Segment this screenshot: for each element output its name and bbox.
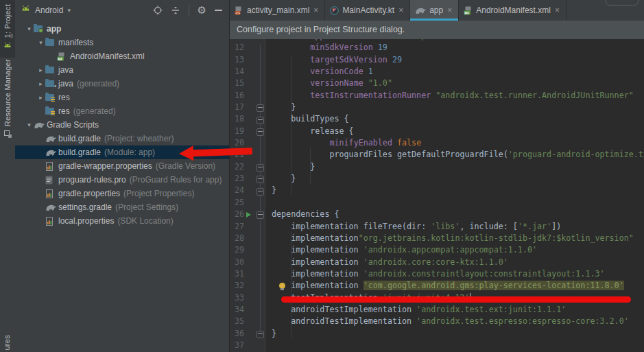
fold-marker[interactable] <box>255 329 265 340</box>
code-line-12[interactable]: 12 minSdkVersion 19 <box>230 43 644 54</box>
code-line-17[interactable]: 17 } <box>230 102 644 114</box>
tree-item-java[interactable]: ▸java <box>15 63 229 77</box>
resource-manager-icon <box>4 130 12 138</box>
run-arrow-icon[interactable] <box>246 212 251 218</box>
editor-tab-activity_main.xml[interactable]: <>activity_main.xml× <box>230 0 325 21</box>
fold-minus-icon[interactable] <box>257 211 264 219</box>
gutter-space <box>244 269 255 281</box>
line-number: 16 <box>230 91 244 102</box>
collapse-all-icon[interactable] <box>171 5 180 15</box>
resource-manager-label: Resource Manager <box>3 59 12 126</box>
code-line-16[interactable]: 16 testInstrumentationRunner "androidx.t… <box>230 91 644 102</box>
tree-down-arrow-icon[interactable]: ▾ <box>25 25 34 32</box>
line-number: 18 <box>230 114 244 126</box>
gutter-space <box>244 102 255 114</box>
code-line-25[interactable]: 25 <box>230 198 644 209</box>
code-line-24[interactable]: 24} <box>230 185 644 197</box>
code-line-26[interactable]: 26dependencies { <box>230 209 644 221</box>
code-line-27[interactable]: 27 implementation fileTree(dir: 'libs', … <box>230 222 644 233</box>
code-line-30[interactable]: 30 implementation 'androidx.core:core-kt… <box>230 257 644 269</box>
tree-item-androidmanifest-xml[interactable]: MFAndroidManifest.xml <box>15 49 229 63</box>
code-line-37[interactable]: 37 <box>230 340 644 352</box>
tree-item-proguard-rules-pro[interactable]: proguard-rules.pro(ProGuard Rules for ap… <box>15 173 229 187</box>
manifest-file-icon: MF <box>57 52 66 61</box>
code-line-20[interactable]: 20 minifyEnabled false <box>230 138 644 150</box>
settings-gear-icon[interactable]: ⚙ <box>198 5 206 15</box>
editor-tab-MainActivity.kt[interactable]: MainActivity.kt× <box>325 0 410 21</box>
tree-item-build-gradle[interactable]: build.gradle(Project: wheather) <box>15 132 229 145</box>
fold-minus-icon[interactable] <box>257 176 264 183</box>
code-text: testInstrumentationRunner "androidx.test… <box>265 91 644 102</box>
tree-item-manifests[interactable]: ▾manifests <box>15 36 229 49</box>
tree-item-app[interactable]: ▾app <box>15 22 229 36</box>
red-underline-annotation <box>281 296 631 303</box>
tree-item-res[interactable]: res(generated) <box>15 104 229 118</box>
code-text: androidTestImplementation 'androidx.test… <box>265 305 644 316</box>
code-line-31[interactable]: 31 implementation 'androidx.constraintla… <box>230 269 644 281</box>
toolwindow-tab-resource-manager[interactable]: Resource Manager <box>0 59 15 161</box>
code-line-15[interactable]: 15 versionName "1.0" <box>230 78 644 90</box>
tree-down-arrow-icon[interactable]: ▾ <box>36 39 45 46</box>
tree-item-java[interactable]: ▸*java(generated) <box>15 77 229 91</box>
code-line-18[interactable]: 18 buildTypes { <box>230 114 644 126</box>
red-arrow-tail <box>192 148 252 156</box>
toolwindow-tab-project[interactable]: 1: Project <box>0 0 15 58</box>
editor-tab-AndroidManifest.xml[interactable]: MFAndroidManifest.xml× <box>459 0 567 21</box>
code-text <box>265 340 644 352</box>
fold-minus-icon[interactable] <box>257 104 264 112</box>
tree-right-arrow-icon[interactable]: ▸ <box>36 94 45 101</box>
line-number: 27 <box>230 222 244 233</box>
editor-tab-app[interactable]: app× <box>410 0 459 21</box>
tree-item-label: gradle-wrapper.properties <box>58 161 152 171</box>
tree-item-res[interactable]: ▸res <box>15 91 229 104</box>
code-line-14[interactable]: 14 versionCode 1 <box>230 67 644 78</box>
tree-item-local-properties[interactable]: local.properties(SDK Location) <box>15 214 229 228</box>
tree-item-label: build.gradle <box>58 148 101 157</box>
close-icon[interactable]: × <box>446 6 453 14</box>
gutter-space <box>244 281 255 292</box>
folder-icon <box>45 39 54 46</box>
code-line-23[interactable]: 23 } <box>230 174 644 185</box>
code-line-28[interactable]: 28 implementation"org.jetbrains.kotlin:k… <box>230 233 644 245</box>
locate-icon[interactable] <box>153 5 163 15</box>
close-icon[interactable]: × <box>553 6 561 14</box>
fold-minus-icon[interactable] <box>257 117 264 124</box>
fold-minus-icon[interactable] <box>257 128 264 136</box>
code-line-22[interactable]: 22 } <box>230 162 644 174</box>
notification-bar[interactable]: Configure project in Project Structure d… <box>230 21 644 39</box>
code-line-35[interactable]: 35 androidTestImplementation 'androidx.t… <box>230 316 644 328</box>
svg-text:<>: <> <box>235 10 240 14</box>
hide-panel-icon[interactable] <box>215 10 222 11</box>
code-text: implementation 'com.google.android.gms:p… <box>265 281 644 292</box>
close-icon[interactable]: × <box>312 6 320 14</box>
fold-minus-icon[interactable] <box>257 331 264 338</box>
line-number: 17 <box>230 102 244 114</box>
code-line-34[interactable]: 34 androidTestImplementation 'androidx.t… <box>230 305 644 316</box>
code-editor[interactable]: 11 applicationId "com.example.wheather"1… <box>230 21 644 352</box>
fold-minus-icon[interactable] <box>257 164 264 172</box>
chevron-down-icon[interactable]: ▾ <box>67 7 71 14</box>
code-line-29[interactable]: 29 implementation 'androidx.appcompat:ap… <box>230 245 644 257</box>
tree-right-arrow-icon[interactable]: ▸ <box>36 67 45 73</box>
tree-down-arrow-icon[interactable]: ▾ <box>25 121 34 128</box>
tree-item-gradle-scripts[interactable]: ▾Gradle Scripts <box>15 118 229 132</box>
fold-minus-icon[interactable] <box>257 188 264 196</box>
tree-right-arrow-icon[interactable]: ▸ <box>36 80 45 87</box>
run-gutter[interactable] <box>244 209 255 221</box>
code-line-19[interactable]: 19 release { <box>230 126 644 138</box>
code-text: versionCode 1 <box>265 67 644 78</box>
code-line-13[interactable]: 13 targetSdkVersion 29 <box>230 55 644 67</box>
properties-icon <box>45 162 53 171</box>
folder-app-icon <box>34 25 43 32</box>
close-icon[interactable]: × <box>397 6 405 14</box>
gutter-space <box>244 91 255 102</box>
tree-item-annotation: (generated) <box>73 106 116 116</box>
code-line-21[interactable]: 21 proguardFiles getDefaultProguardFile(… <box>230 150 644 161</box>
tree-item-gradle-properties[interactable]: gradle.properties(Project Properties) <box>15 187 229 200</box>
view-selector[interactable]: Android <box>35 5 63 15</box>
code-line-36[interactable]: 36} <box>230 329 644 340</box>
toolwindow-tab-partial[interactable]: ures <box>3 335 11 352</box>
code-text: implementation fileTree(dir: 'libs', inc… <box>265 222 644 233</box>
code-line-32[interactable]: 32 implementation 'com.google.android.gm… <box>230 281 644 292</box>
tree-item-settings-gradle[interactable]: settings.gradle(Project Settings) <box>15 200 229 214</box>
